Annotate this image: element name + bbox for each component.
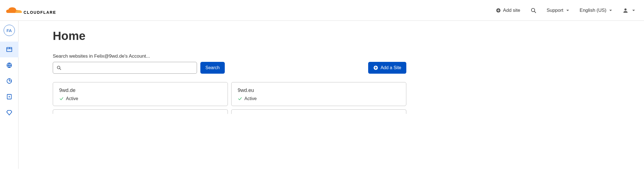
svg-line-10 [59, 68, 61, 69]
site-status-label: Active [66, 96, 78, 101]
svg-line-2 [534, 11, 536, 12]
check-icon [59, 96, 64, 101]
sidebar-item-pages[interactable] [0, 89, 19, 105]
check-icon [238, 96, 242, 101]
document-bolt-icon [6, 94, 12, 100]
site-status-label: Active [244, 96, 257, 101]
cloud-icon [6, 6, 22, 15]
sidebar-item-websites[interactable] [0, 42, 19, 57]
chevron-down-icon [632, 8, 636, 12]
plus-circle-icon [496, 8, 501, 13]
user-icon [623, 8, 628, 13]
add-a-site-label: Add a Site [381, 65, 401, 70]
site-card[interactable] [53, 109, 228, 114]
site-status: Active [59, 96, 221, 101]
window-icon [6, 46, 12, 53]
site-status: Active [238, 96, 400, 101]
site-card[interactable]: 9wd.eu Active [231, 82, 406, 106]
sidebar-item-discover[interactable] [0, 57, 19, 73]
page-title: Home [53, 29, 644, 43]
sidebar: FA [0, 21, 19, 169]
sidebar-item-analytics[interactable] [0, 73, 19, 89]
website-search-box[interactable] [53, 62, 197, 74]
add-site-header-link[interactable]: Add site [496, 8, 520, 13]
language-menu[interactable]: English (US) [580, 8, 613, 13]
plus-circle-icon [373, 65, 378, 70]
brand-logo[interactable]: CLOUDFLARE [6, 6, 56, 15]
search-button[interactable]: Search [200, 62, 225, 74]
support-label: Support [547, 8, 563, 13]
chevron-down-icon [609, 8, 613, 12]
sidebar-item-more[interactable] [0, 105, 19, 120]
global-search-button[interactable] [530, 7, 537, 13]
chevron-down-icon [566, 8, 570, 12]
site-domain: 9wd.de [59, 87, 221, 93]
user-menu[interactable] [623, 8, 638, 13]
svg-point-3 [624, 8, 627, 10]
site-domain: 9wd.eu [238, 87, 400, 93]
account-avatar[interactable]: FA [4, 25, 15, 36]
globe-arrows-icon [6, 62, 12, 68]
brand-text: CLOUDFLARE [24, 10, 56, 15]
search-button-label: Search [205, 65, 220, 70]
site-card[interactable] [231, 109, 406, 114]
add-a-site-button[interactable]: Add a Site [368, 62, 406, 74]
diamond-icon [6, 109, 12, 116]
avatar-initials: FA [6, 28, 12, 33]
site-card[interactable]: 9wd.de Active [53, 82, 228, 106]
search-input[interactable] [64, 65, 193, 70]
language-label: English (US) [580, 8, 606, 13]
pie-chart-icon [6, 78, 12, 84]
add-site-header-label: Add site [503, 8, 520, 13]
support-menu[interactable]: Support [547, 8, 570, 13]
search-icon [56, 65, 61, 70]
search-icon [530, 7, 537, 13]
search-hint-label: Search websites in Felix@9wd.de's Accoun… [53, 53, 644, 59]
